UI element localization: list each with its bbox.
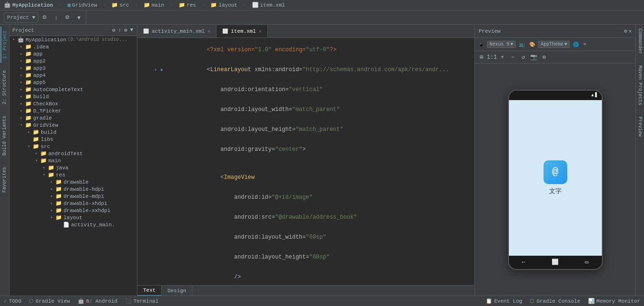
title-main[interactable]: 📁 main <box>144 2 164 8</box>
camera-icon[interactable]: 📷 <box>529 53 538 62</box>
status-todo[interactable]: ✓ TODO <box>4 298 21 304</box>
tree-drawable-xxhdpi[interactable]: 📁 drawable-xxhdpi <box>9 207 137 214</box>
title-layout[interactable]: 📁 layout <box>210 2 237 8</box>
header-icon-cog[interactable]: ⚙ <box>123 27 128 34</box>
theme-icon[interactable]: 🎨 <box>528 41 536 48</box>
status-terminal[interactable]: ⬛ Terminal <box>125 298 159 304</box>
terminal-label: Terminal <box>134 298 159 304</box>
project-dropdown[interactable]: Project ▼ <box>4 12 38 23</box>
sidebar-tab-project[interactable]: 1: Project <box>0 27 9 63</box>
zoom-100-icon[interactable]: 1:1 <box>487 53 497 62</box>
tree-gradle[interactable]: 📁 gradle <box>9 114 137 121</box>
tree-drawable[interactable]: 📁 drawable <box>9 178 137 185</box>
title-itemxml[interactable]: ⬜ item.xml <box>252 2 285 8</box>
tab-item-xml[interactable]: ⬜ item.xml ✕ <box>217 25 268 37</box>
tree-build[interactable]: 📁 build <box>9 93 137 100</box>
tree-app3[interactable]: 📁 app3 <box>9 65 137 72</box>
title-myapplication[interactable]: 🤖 MyApplication <box>4 1 53 9</box>
folder-icon: 📁 <box>55 214 62 221</box>
title-separator: › <box>59 2 62 8</box>
preview-settings-icon[interactable]: ⚙ <box>624 28 627 34</box>
collapse-btn[interactable]: ⚙ <box>62 12 73 23</box>
tree-arrow <box>19 116 24 121</box>
header-icon-arrow[interactable]: ▼ <box>129 27 134 34</box>
main-area: 1: Project 2: Structure Build Variants F… <box>0 25 644 296</box>
screen-icon[interactable]: 📺 <box>517 41 526 48</box>
bottom-tab-text[interactable]: Text <box>137 286 162 296</box>
res-folder-icon: 📁 <box>48 172 54 178</box>
tree-src[interactable]: 📁 src <box>9 143 137 150</box>
apptheme-dropdown[interactable]: AppTheme ▼ <box>538 41 570 48</box>
fold-button[interactable]: ▾ <box>154 67 160 73</box>
preview-settings-icon2[interactable]: ⚙ <box>539 53 549 62</box>
bottom-tab-design[interactable]: Design <box>162 286 192 296</box>
settings-btn[interactable]: ▼ <box>73 12 84 23</box>
status-event-log[interactable]: 📋 Event Log <box>486 298 522 304</box>
status-gradle-view[interactable]: ⬡ Gradle View <box>29 298 70 304</box>
title-gridview[interactable]: ▦ GridView <box>67 2 97 8</box>
tree-gridview-libs[interactable]: 📁 libs <box>9 136 137 143</box>
tree-drawable-xhdpi[interactable]: 📁 drawable-xhdpi <box>9 200 137 207</box>
title-src[interactable]: 📁 src <box>111 2 129 8</box>
tree-app5[interactable]: 📁 app5 <box>9 79 137 86</box>
right-tab-commander[interactable]: Commander <box>636 25 644 58</box>
tree-label: D_TPicker <box>33 108 61 114</box>
code-line-2: ▾ ● <LinearLayout xmlns:android="http://… <box>137 60 474 80</box>
refresh-btn[interactable]: ↕ <box>51 12 61 23</box>
zoom-out-icon[interactable]: − <box>508 53 517 62</box>
status-gradle-console[interactable]: ⬡ Gradle Console <box>530 298 580 304</box>
more-icon[interactable]: » <box>582 41 588 48</box>
zoom-fit-icon[interactable]: ⊞ <box>477 53 486 62</box>
code-line-13: /> <box>137 267 474 285</box>
right-tab-maven[interactable]: Maven Projects <box>636 62 644 109</box>
tree-layout[interactable]: 📁 layout <box>9 214 137 221</box>
refresh-preview-icon[interactable]: ↺ <box>518 53 528 62</box>
tree-res[interactable]: 📁 res <box>9 171 137 178</box>
sidebar-tab-favorites[interactable]: Favorites <box>1 163 8 196</box>
right-tab-preview[interactable]: Preview <box>636 113 644 140</box>
tree-checkbox[interactable]: 📁 CheckBox <box>9 100 137 107</box>
title-res-icon: 📁 <box>179 2 185 8</box>
folder-icon: 📁 <box>33 129 39 135</box>
tree-app[interactable]: 📁 app <box>9 50 137 57</box>
tree-label: activity_main. <box>71 222 115 228</box>
tree-drawable-mdpi[interactable]: 📁 drawable-mdpi <box>9 193 137 200</box>
zoom-in-icon[interactable]: + <box>498 53 507 62</box>
status-android[interactable]: 🤖 6: Android <box>78 298 118 304</box>
tree-gridview-build[interactable]: 📁 build <box>9 129 137 136</box>
tree-arrow <box>49 201 54 206</box>
tab-close-icon2[interactable]: ✕ <box>259 28 262 34</box>
tree-androidtest[interactable]: 📁 androidTest <box>9 150 137 157</box>
nexus5-dropdown[interactable]: Nexus 5 ▼ <box>487 41 516 48</box>
tree-label: app4 <box>33 73 45 78</box>
tree-idea[interactable]: 📁 .idea <box>9 43 137 50</box>
code-editor[interactable]: <?xml version="1.0" encoding="utf-8"?> ▾… <box>137 38 474 285</box>
tree-app2[interactable]: 📁 app2 <box>9 57 137 65</box>
tree-autocomplete[interactable]: 📁 AutoCompleteText <box>9 86 137 93</box>
sidebar-tab-build-variants[interactable]: Build Variants <box>1 112 8 159</box>
tab-close-icon[interactable]: ✕ <box>208 28 210 34</box>
code-line-3: android:orientation="vertical" <box>137 80 474 100</box>
header-icon-settings[interactable]: ⚙ <box>111 27 117 34</box>
tree-label: app5 <box>33 80 45 85</box>
preview-device-icon[interactable]: 📱 <box>477 41 485 48</box>
tab-xml-icon2: ⬜ <box>222 28 228 34</box>
tab-activity-main[interactable]: ⬜ activity_main.xml ✕ <box>137 25 217 37</box>
tree-gridview[interactable]: 📁 GridView <box>9 121 137 129</box>
preview-close-icon[interactable]: ✕ <box>628 28 632 34</box>
tree-main[interactable]: 📁 main <box>9 157 137 164</box>
tree-java[interactable]: 📁 java <box>9 164 137 171</box>
gutter-marker: ● <box>160 67 166 73</box>
tree-activity-main[interactable]: 📄 activity_main. <box>9 221 137 228</box>
tree-drawable-hdpi[interactable]: 📁 drawable-hdpi <box>9 185 137 193</box>
tree-app4[interactable]: 📁 app4 <box>9 72 137 79</box>
status-memory-monitor[interactable]: 📊 Memory Monitor <box>588 298 640 304</box>
sidebar-tab-structure[interactable]: 2: Structure <box>1 66 8 108</box>
tree-myapplication[interactable]: 🤖 MyApplication (D:\android studio... <box>9 36 137 43</box>
tree-dtpicker[interactable]: 📁 D_TPicker <box>9 107 137 114</box>
code-content: <?xml version="1.0" encoding="utf-8"?> ▾… <box>137 38 474 285</box>
title-res[interactable]: 📁 res <box>179 2 196 8</box>
header-icon-scroll[interactable]: ↕ <box>117 27 122 34</box>
locale-icon[interactable]: 🌐 <box>571 41 580 48</box>
sync-btn[interactable]: ⚙ <box>39 12 50 23</box>
